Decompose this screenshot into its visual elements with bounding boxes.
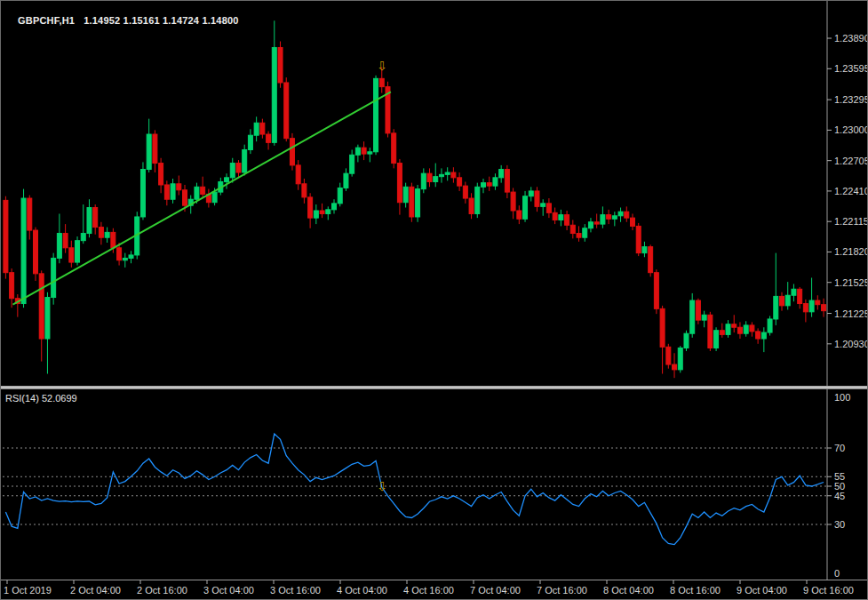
candle xyxy=(744,325,748,333)
price-axis-label: 1.23000 xyxy=(834,124,868,135)
symbol-period-label: GBPCHF,H1 xyxy=(18,15,75,26)
candle xyxy=(183,190,187,205)
time-axis-label: 3 Oct 16:00 xyxy=(270,585,321,596)
candle xyxy=(4,200,8,272)
candle xyxy=(45,298,50,339)
candle xyxy=(81,234,85,241)
time-axis-label: 8 Oct 16:00 xyxy=(670,585,721,596)
candle xyxy=(87,208,92,234)
candle xyxy=(195,187,199,199)
candle xyxy=(140,170,145,217)
candle xyxy=(642,247,647,253)
time-axis-label: 2 Oct 04:00 xyxy=(70,585,121,596)
ohlc-values-label: 1.14952 1.15161 1.14724 1.14800 xyxy=(84,15,238,26)
candle xyxy=(678,348,682,369)
sell-signal-arrow-icon[interactable]: ⇩ xyxy=(377,59,387,73)
time-axis-label: 2 Oct 16:00 xyxy=(137,585,187,596)
candle xyxy=(21,198,26,303)
candle xyxy=(392,133,396,164)
candle xyxy=(338,188,342,203)
candle xyxy=(434,177,438,182)
candle xyxy=(702,315,706,320)
candle xyxy=(57,234,61,259)
candle xyxy=(714,331,719,348)
candle xyxy=(225,178,229,182)
candle xyxy=(177,184,181,190)
candle xyxy=(243,149,247,172)
candle xyxy=(517,211,522,219)
candle xyxy=(458,178,462,186)
candle xyxy=(505,170,509,193)
candle xyxy=(553,212,557,220)
rsi-indicator-label: RSI(14) 52.0699 xyxy=(5,393,77,404)
time-axis-label: 4 Oct 04:00 xyxy=(337,585,387,596)
candle xyxy=(284,83,289,139)
candle xyxy=(768,319,772,332)
candle xyxy=(588,222,593,228)
candle xyxy=(117,248,122,260)
time-axis-label: 9 Oct 04:00 xyxy=(737,585,787,596)
candle xyxy=(416,189,420,217)
chart-title: GBPCHF,H11.14952 1.15161 1.14724 1.14800 xyxy=(6,4,239,36)
candle xyxy=(10,273,14,299)
price-axis-label: 1.21820 xyxy=(834,246,868,257)
candle xyxy=(654,273,658,309)
time-axis-label: 8 Oct 04:00 xyxy=(603,585,654,596)
candle xyxy=(511,192,515,211)
candle xyxy=(290,139,294,165)
candle xyxy=(535,191,539,206)
candle xyxy=(99,228,103,238)
candle xyxy=(583,228,587,237)
candle xyxy=(499,170,504,178)
price-axis-label: 1.22705 xyxy=(834,156,868,166)
candle xyxy=(774,296,778,319)
candle xyxy=(52,258,56,297)
candle xyxy=(469,198,474,213)
candle xyxy=(355,148,360,155)
candle xyxy=(737,327,742,333)
candle xyxy=(577,234,581,238)
candle xyxy=(93,208,98,228)
candle xyxy=(69,248,74,262)
candle xyxy=(403,187,408,202)
candle xyxy=(105,232,109,237)
candle xyxy=(618,212,623,216)
time-axis-label: 9 Oct 16:00 xyxy=(803,585,854,596)
candle xyxy=(379,78,384,86)
candle xyxy=(792,289,796,295)
candle xyxy=(493,178,498,186)
chart-canvas[interactable]: ⇩⇩1.238901.235951.232951.230001.227051.2… xyxy=(1,1,868,600)
panel-splitter[interactable] xyxy=(1,386,868,389)
candle xyxy=(636,226,641,252)
candle xyxy=(601,215,605,224)
candle xyxy=(451,172,456,178)
price-axis-label: 1.22410 xyxy=(834,186,868,196)
rsi-signal-arrow-icon[interactable]: ⇩ xyxy=(377,479,387,493)
rsi-panel[interactable] xyxy=(1,390,827,580)
candle xyxy=(410,187,414,217)
rsi-axis-label: 100 xyxy=(834,392,850,403)
candle xyxy=(780,296,784,305)
candle xyxy=(529,191,533,196)
candle xyxy=(684,333,689,348)
candle xyxy=(803,304,808,312)
chart-window: ⇩⇩1.238901.235951.232951.230001.227051.2… xyxy=(0,0,868,600)
candle xyxy=(159,164,163,185)
candle xyxy=(798,289,802,303)
candle xyxy=(153,134,157,164)
candle xyxy=(439,174,443,176)
candle xyxy=(34,230,38,274)
candle xyxy=(320,211,324,213)
time-axis-separator xyxy=(1,580,868,580)
candle xyxy=(475,187,480,213)
candle xyxy=(147,134,151,169)
candle xyxy=(374,78,378,151)
price-axis[interactable] xyxy=(827,1,868,580)
candle xyxy=(809,300,814,312)
candle xyxy=(267,134,271,142)
candle xyxy=(750,325,754,332)
candle xyxy=(362,148,366,154)
candle xyxy=(272,47,276,142)
rsi-axis-label: 45 xyxy=(834,491,845,501)
candle xyxy=(296,165,300,184)
